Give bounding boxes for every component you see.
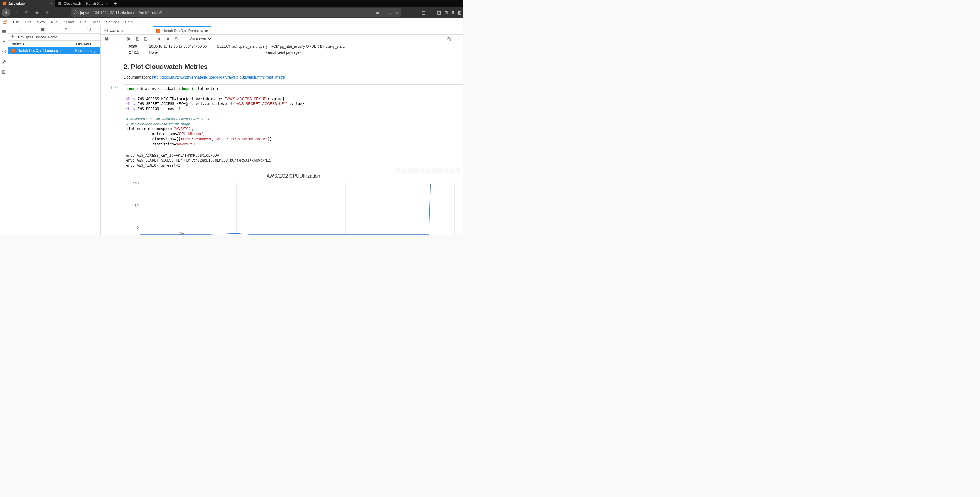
folder-icon[interactable] [2, 29, 6, 33]
menu-edit[interactable]: Edit [22, 18, 34, 26]
chart-area[interactable]: 100 50 0 [140, 183, 461, 235]
cell-value: 2018-10-13 12:15:17.353474+00:00 [144, 44, 212, 49]
library-icon[interactable]: ⫼ [429, 10, 433, 15]
cut-button[interactable] [125, 35, 132, 43]
kernel-name[interactable]: Python [447, 37, 461, 41]
menu-kernel[interactable]: Kernel [60, 18, 77, 26]
copy-button[interactable] [134, 35, 141, 43]
home-icon[interactable] [11, 35, 14, 39]
pan-icon[interactable] [408, 168, 413, 173]
browser-toolbar: ⓘ jupyter.104.198.132.11.nip.io/user/ami… [0, 7, 463, 18]
commands-icon[interactable] [2, 49, 6, 54]
y-axis: 100 50 0 [127, 183, 138, 235]
upload-button[interactable] [63, 27, 69, 32]
menu-tabs[interactable]: Tabs [90, 18, 103, 26]
refresh-button[interactable] [86, 27, 92, 32]
menu-help[interactable]: Help [122, 18, 135, 26]
dirty-indicator-icon [205, 30, 207, 32]
tab-label: Nurtch-DevOps-Demo.ipy [162, 29, 203, 33]
tabs-icon[interactable] [2, 70, 6, 74]
zoomin-icon[interactable] [414, 168, 419, 173]
svg-rect-8 [3, 70, 6, 73]
table-row: 27415 None <insufficient privilege> [124, 50, 350, 55]
code-input[interactable]: from rubix.aws.cloudwatch import plot_me… [124, 84, 463, 149]
stop-button[interactable] [164, 35, 172, 43]
zoomout-icon[interactable] [420, 168, 425, 173]
svg-rect-12 [136, 38, 138, 40]
output-table: 9090 2018-10-13 12:15:17.353474+00:00 SE… [124, 43, 350, 56]
insert-cell-button[interactable]: + [111, 35, 119, 43]
file-list: Nurtch-DevOps-Demo.ipynb 9 minutes ago [8, 48, 100, 235]
reset-icon[interactable] [432, 168, 437, 173]
url-text: jupyter.104.198.132.11.nip.io/user/amit2… [80, 11, 373, 15]
menu-hub[interactable]: Hub [77, 18, 90, 26]
y-tick: 100 [133, 181, 138, 185]
new-folder-button[interactable] [40, 27, 46, 32]
autoscale-icon[interactable] [426, 168, 431, 173]
reader-icon[interactable]: ▭ [375, 11, 379, 15]
new-tab-button[interactable]: + [111, 0, 120, 7]
pocket-icon[interactable]: ⌄ [389, 11, 392, 15]
browser-tab-jupyterlab[interactable]: JupyterLab × [0, 0, 56, 7]
paste-button[interactable] [142, 35, 150, 43]
back-button[interactable] [2, 8, 10, 17]
forward-button[interactable] [13, 9, 21, 16]
compare-icon[interactable] [450, 168, 455, 173]
gear-icon[interactable] [43, 9, 51, 16]
heading: 2. Plot Cloudwatch Metrics [124, 63, 463, 71]
browser-tab-cloudwatch[interactable]: Cloudwatch — Nurtch 0.0.1 do × [56, 0, 111, 7]
address-bar[interactable]: ⓘ jupyter.104.198.132.11.nip.io/user/ami… [72, 8, 401, 17]
menu-settings[interactable]: Settings [103, 18, 122, 26]
more-icon[interactable]: ⋯ [382, 11, 386, 15]
breadcrumb[interactable]: › DevOps-Runbook-Demo [8, 33, 100, 41]
star-icon[interactable]: ☆ [395, 11, 399, 15]
markdown-cell[interactable]: 2. Plot Cloudwatch Metrics Documentation… [124, 63, 463, 79]
window-icon[interactable]: ⊞ [444, 10, 448, 15]
menu-run[interactable]: Run [48, 18, 60, 26]
x-date: Oct 13, 2018 [178, 232, 186, 235]
svg-rect-14 [145, 37, 147, 40]
camera-icon[interactable] [396, 168, 401, 173]
col-name[interactable]: Name ▲ [11, 42, 25, 46]
svg-rect-13 [137, 38, 139, 40]
new-launcher-button[interactable]: + [17, 28, 23, 32]
panel-icon[interactable]: ▤ [422, 10, 426, 15]
file-item[interactable]: Nurtch-DevOps-Demo.ipynb 9 minutes ago [8, 48, 100, 54]
activity-bar [0, 26, 8, 235]
tab-launcher[interactable]: Launcher × [101, 26, 153, 35]
plot-area [140, 183, 461, 235]
close-icon[interactable]: × [106, 1, 108, 6]
y-tick: 0 [137, 226, 138, 229]
run-button[interactable] [156, 35, 163, 43]
doc-link[interactable]: http://docs.nurtch.com/en/latest/rubix-l… [152, 75, 286, 79]
plotly-logo-icon[interactable] [456, 168, 461, 173]
restart-button[interactable] [173, 35, 180, 43]
reload-button[interactable] [23, 9, 30, 16]
grid-icon[interactable]: ⁞⁞ [452, 10, 454, 15]
menu-file[interactable]: File [10, 18, 22, 26]
wrench-icon[interactable] [2, 59, 6, 64]
info-icon[interactable]: ⓘ [74, 10, 78, 15]
code-cell[interactable]: [32]: from rubix.aws.cloudwatch import p… [101, 84, 463, 149]
browser-tab-strip: JupyterLab × Cloudwatch — Nurtch 0.0.1 d… [0, 0, 463, 7]
save-button[interactable] [103, 35, 110, 43]
zoom-icon[interactable] [402, 168, 407, 173]
running-icon[interactable] [2, 39, 6, 44]
cell-type-select[interactable]: Markdown [186, 36, 212, 42]
notebook-body[interactable]: 9090 2018-10-13 12:15:17.353474+00:00 SE… [101, 43, 463, 235]
svg-rect-16 [167, 38, 169, 40]
svg-point-4 [3, 23, 4, 24]
close-icon[interactable]: × [148, 29, 150, 33]
tab-label: Launcher [110, 29, 125, 33]
menu-view[interactable]: View [34, 18, 48, 26]
home-button[interactable] [33, 9, 41, 16]
close-icon[interactable]: × [50, 1, 53, 6]
breadcrumb-item[interactable]: DevOps-Runbook-Demo [18, 35, 57, 39]
menu-icon[interactable]: ◧ [458, 10, 461, 15]
spike-icon[interactable] [438, 168, 443, 173]
sidebar-icon[interactable]: ◫ [437, 10, 441, 15]
tab-notebook[interactable]: Nurtch-DevOps-Demo.ipy [153, 26, 211, 35]
hover-icon[interactable] [444, 168, 449, 173]
chart-output: AWS/EC2 CPUUtilization 100 50 0 [124, 173, 463, 235]
col-modified[interactable]: Last Modified [76, 42, 97, 46]
